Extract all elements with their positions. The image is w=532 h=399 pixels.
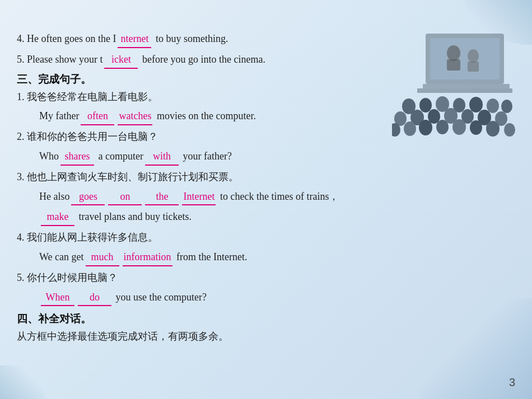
- blank-goes: goes: [71, 189, 105, 206]
- text-5-suffix: before you go into the cinema.: [139, 51, 265, 68]
- section3-heading: 三、完成句子。: [17, 72, 498, 87]
- page-number: 3: [509, 376, 515, 389]
- section4-heading: 四、补全对话。: [17, 312, 498, 326]
- blank-watches: watches: [118, 108, 152, 125]
- blank-with: with: [145, 148, 179, 166]
- item1-chinese: 1. 我爸爸经常在电脑上看电影。: [17, 89, 498, 105]
- blank-icket: icket: [104, 51, 138, 69]
- blank-on: on: [108, 189, 142, 206]
- text-5-prefix: 5. Please show your t: [17, 51, 102, 68]
- item2-chinese: 2. 谁和你的爸爸共用一台电脑？: [17, 129, 498, 145]
- blank-when: When: [41, 289, 74, 307]
- text-4-suffix: to buy something.: [153, 31, 228, 47]
- blank-shares: shares: [60, 148, 94, 166]
- text-4-prefix: 4. He often goes on the I: [17, 31, 116, 47]
- blank-do: do: [78, 289, 111, 307]
- blank-information: information: [123, 249, 172, 266]
- item2-english: Who shares a computer with your father?: [17, 148, 498, 166]
- item5-english: When do you use the computer?: [17, 289, 498, 307]
- item3-english-line2: make travel plans and buy tickets.: [17, 209, 498, 226]
- item4-chinese: 4. 我们能从网上获得许多信息。: [17, 229, 498, 246]
- item1-english: My father often watches movies on the co…: [17, 108, 498, 125]
- exercise-line-4: 4. He often goes on the I nternet to buy…: [17, 31, 498, 48]
- corner-decoration-bottom-left: [0, 365, 45, 399]
- blank-make: make: [41, 209, 74, 226]
- blank-often: often: [81, 108, 114, 125]
- main-content: 4. He often goes on the I nternet to buy…: [17, 31, 498, 348]
- item4-english: We can get much information from the Int…: [17, 249, 498, 266]
- svg-point-29: [504, 123, 515, 137]
- blank-much: much: [86, 249, 119, 266]
- exercise-line-5: 5. Please show your t icket before you g…: [17, 51, 498, 69]
- item3-chinese: 3. 他也上网查询火车时刻、制订旅行计划和买票。: [17, 169, 498, 185]
- svg-point-14: [501, 100, 512, 113]
- blank-the: the: [145, 189, 179, 206]
- item5-chinese: 5. 你什么时候用电脑？: [17, 270, 498, 286]
- item3-english-line1: He also goes on the Internet to check th…: [17, 189, 498, 206]
- blank-internet: Internet: [182, 189, 216, 206]
- section4-subtext: 从方框中选择最佳选项完成对话，有两项多余。: [17, 328, 498, 345]
- blank-nternet: nternet: [118, 31, 151, 48]
